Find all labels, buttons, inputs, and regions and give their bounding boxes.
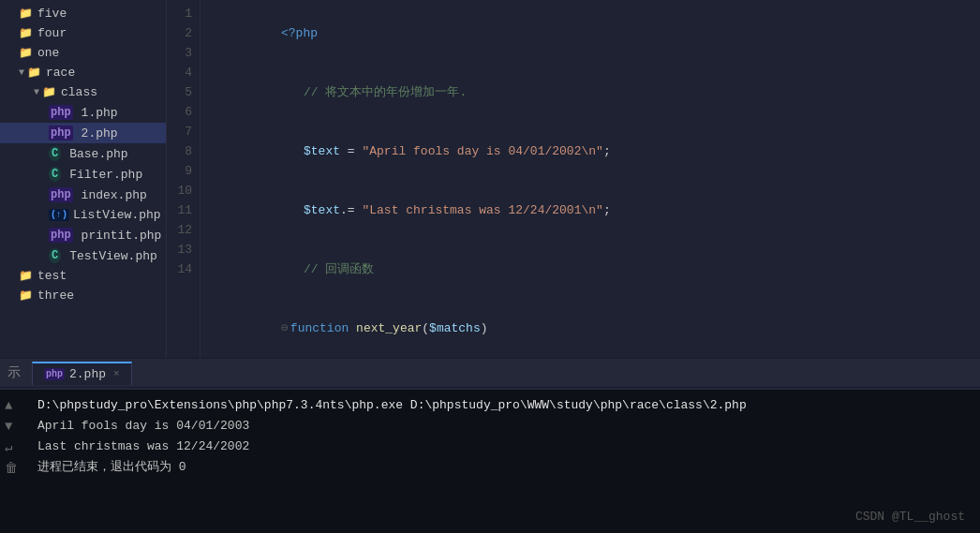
fn-next-year: next_year (356, 321, 422, 335)
terminal-wrap-btn[interactable]: ↵ (4, 438, 19, 456)
sidebar-label-basephp: Base.php (69, 147, 127, 161)
terminal-main: D:\phpstudy_pro\Extensions\php\php7.3.4n… (37, 395, 969, 478)
sidebar-label-2php: 2.php (82, 126, 118, 141)
sidebar-item-testviewphp[interactable]: C TestView.php (0, 245, 166, 266)
comment-1: // 将文本中的年份增加一年. (304, 85, 467, 99)
sidebar-item-1php[interactable]: php 1.php (0, 102, 166, 123)
sidebar-label-race: race (46, 66, 75, 80)
sidebar-label-four: four (37, 26, 67, 40)
watermark: CSDN @TL__ghost (855, 510, 965, 524)
sidebar-label-1php: 1.php (82, 106, 118, 120)
code-lines: <?php // 将文本中的年份增加一年. $text = "April foo… (200, 0, 980, 358)
code-line-6: ⊖function next_year($matchs) (208, 299, 973, 358)
comment-2: // 回调函数 (304, 262, 374, 276)
php-blue-icon: (↑) (49, 209, 69, 221)
sidebar-item-printitphp[interactable]: php printit.php (0, 225, 166, 245)
op-1: = (340, 144, 362, 158)
sidebar-item-three[interactable]: 📁 three (0, 286, 166, 305)
var-text: $text (304, 144, 340, 158)
tab-bar: 示 php 2.php × (0, 358, 980, 388)
sidebar: 📁 five 📁 four 📁 one ▼ 📁 race ▼ 📁 class p… (0, 0, 167, 358)
sidebar-label-printitphp: printit.php (82, 229, 162, 243)
tab-left-icons: 示 (4, 363, 24, 383)
code-content: 1 2 3 4 5 6 7 8 9 10 11 12 13 14 <?php (167, 0, 980, 358)
tab-php-icon: php (44, 368, 65, 380)
sidebar-item-five[interactable]: 📁 five (0, 4, 166, 23)
main-area: 📁 five 📁 four 📁 one ▼ 📁 race ▼ 📁 class p… (0, 0, 980, 358)
sidebar-label-one: one (37, 46, 59, 60)
class-icon-base: C (49, 146, 61, 161)
tab-2php[interactable]: php 2.php × (32, 362, 132, 385)
sidebar-label-class: class (61, 85, 97, 99)
sidebar-item-four[interactable]: 📁 four (0, 23, 166, 43)
code-editor: 1 2 3 4 5 6 7 8 9 10 11 12 13 14 <?php (167, 0, 980, 358)
var-text2: $text (304, 203, 340, 217)
folder-icon-three: 📁 (19, 289, 33, 303)
terminal-output-2: Last christmas was 12/24/2002 (37, 437, 969, 457)
folder-icon-test: 📁 (19, 269, 33, 283)
code-line-5: // 回调函数 (208, 240, 973, 299)
sidebar-item-2php[interactable]: php 2.php (0, 123, 166, 143)
terminal-left-btns: ▲ ▼ ↵ 🗑 (0, 395, 22, 479)
sidebar-item-indexphp[interactable]: php index.php (0, 185, 166, 205)
sidebar-item-class[interactable]: ▼ 📁 class (0, 82, 166, 102)
folder-icon-one: 📁 (19, 46, 33, 60)
str-2: "Last christmas was 12/24/2001\n" (362, 203, 602, 217)
folder-icon: 📁 (19, 7, 33, 21)
str-1: "April fools day is 04/01/2002\n" (362, 144, 602, 158)
chevron-down-icon: ▼ (19, 67, 24, 78)
line-numbers: 1 2 3 4 5 6 7 8 9 10 11 12 13 14 (167, 0, 200, 358)
chevron-down-icon-class: ▼ (34, 87, 39, 97)
terminal: ▲ ▼ ↵ 🗑 D:\phpstudy_pro\Extensions\php\p… (0, 388, 980, 533)
sidebar-item-one[interactable]: 📁 one (0, 43, 166, 63)
code-line-2: // 将文本中的年份增加一年. (208, 63, 973, 122)
class-icon-filter: C (49, 167, 61, 182)
sidebar-label-indexphp: index.php (82, 188, 147, 202)
php-icon-1: php (49, 105, 73, 120)
php-icon-printit: php (49, 228, 73, 243)
code-line-1: <?php (208, 4, 973, 63)
show-icon[interactable]: 示 (4, 363, 24, 383)
sidebar-label-filterphp: Filter.php (69, 168, 142, 182)
code-line-3: $text = "April fools day is 04/01/2002\n… (208, 122, 973, 181)
php-icon-index: php (49, 187, 73, 202)
terminal-down-btn[interactable]: ▼ (4, 418, 19, 435)
sidebar-label-test: test (37, 269, 67, 283)
folder-icon-class: 📁 (42, 85, 56, 99)
sidebar-label-five: five (37, 7, 67, 21)
folder-icon-race: 📁 (27, 66, 41, 80)
terminal-up-btn[interactable]: ▲ (4, 397, 19, 414)
folder-icon-four: 📁 (19, 26, 33, 40)
terminal-trash-btn[interactable]: 🗑 (4, 460, 19, 477)
sidebar-item-race[interactable]: ▼ 📁 race (0, 63, 166, 82)
sidebar-item-filterphp[interactable]: C Filter.php (0, 164, 166, 185)
tab-label: 2.php (69, 367, 106, 381)
terminal-cmd-line: D:\phpstudy_pro\Extensions\php\php7.3.4n… (37, 395, 969, 416)
class-icon-testview: C (49, 248, 61, 263)
sidebar-label-listviewphp: ListView.php (73, 208, 161, 222)
sidebar-item-listviewphp[interactable]: (↑) ListView.php (0, 205, 166, 225)
sidebar-label-testviewphp: TestView.php (69, 249, 157, 263)
tab-close-btn[interactable]: × (113, 368, 120, 379)
sidebar-label-three: three (37, 289, 74, 303)
terminal-output-1: April fools day is 04/01/2003 (37, 416, 969, 437)
php-icon-2: php (49, 126, 73, 141)
fold-btn-6[interactable]: ⊖ (281, 321, 289, 335)
code-line-4: $text.= "Last christmas was 12/24/2001\n… (208, 181, 973, 240)
terminal-status: 进程已结束，退出代码为 0 (37, 457, 969, 478)
sidebar-item-test[interactable]: 📁 test (0, 266, 166, 286)
php-tag: <?php (281, 26, 318, 40)
sidebar-item-basephp[interactable]: C Base.php (0, 143, 166, 164)
